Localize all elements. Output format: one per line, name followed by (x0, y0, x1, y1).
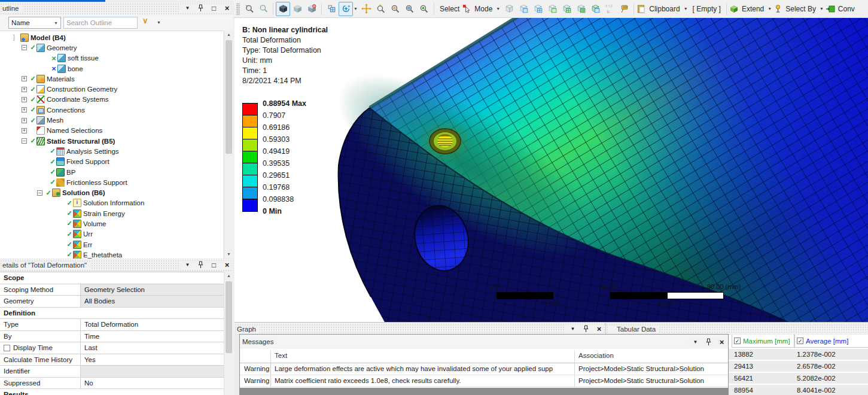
close-icon[interactable] (223, 261, 231, 269)
panel-menu-icon[interactable] (692, 338, 699, 346)
select-node-button[interactable] (559, 2, 574, 16)
mode-dropdown[interactable]: Mode ▼ (462, 4, 502, 13)
pin-icon[interactable] (197, 261, 205, 269)
pin-icon[interactable] (197, 4, 205, 12)
tree-item-soft-tissue[interactable]: soft tissue (0, 53, 223, 63)
details-row-suppressed[interactable]: SuppressedNo (0, 378, 224, 390)
tree-item-mesh[interactable]: Mesh (0, 115, 223, 125)
expand-icon[interactable] (22, 76, 27, 81)
maximum-column-header[interactable]: Maximum [mm] (732, 335, 794, 348)
display-time-checkbox[interactable] (4, 345, 10, 351)
scroll-up-icon[interactable]: ▲ (224, 272, 233, 280)
scroll-up-icon[interactable]: ▲ (224, 31, 233, 39)
section-plane-button[interactable] (304, 2, 319, 16)
wireframe-button[interactable] (324, 2, 339, 16)
tree-item-e-thetatheta[interactable]: E_thetatheta (0, 250, 223, 259)
close-icon[interactable] (595, 325, 603, 333)
message-row[interactable]: Warning Matrix coefficient ratio exceeds… (240, 375, 728, 387)
rotate-button[interactable] (339, 2, 353, 16)
details-scrollbar[interactable]: ▲ (224, 272, 233, 395)
viewport-3d[interactable]: B: Non linear cylindrical Total Deformat… (234, 18, 868, 322)
tree-item-model[interactable]: ]Model (B4) (0, 32, 223, 42)
pin-icon[interactable] (705, 338, 712, 346)
panel-menu-icon[interactable] (184, 4, 191, 12)
tree-item-named-selections[interactable]: Named Selections (0, 126, 223, 136)
select-face-button[interactable] (531, 2, 545, 16)
maximize-icon[interactable] (210, 261, 218, 269)
select-element-face-button[interactable] (574, 2, 588, 16)
select-by-dropdown[interactable]: Select By ▼ (773, 4, 826, 13)
zoom-out-button[interactable] (256, 2, 270, 16)
toolbar-grip[interactable] (236, 3, 240, 15)
maximize-icon[interactable] (210, 4, 218, 12)
scroll-down-icon[interactable]: ▼ (224, 250, 233, 259)
tree-item-solution[interactable]: Solution (B6) (0, 187, 223, 198)
expand-icon[interactable] (22, 128, 27, 133)
chevron-down-icon[interactable]: ▼ (157, 20, 161, 25)
scrollbar-thumb[interactable] (226, 281, 232, 353)
messages-scrollbar[interactable] (240, 388, 728, 394)
select-edge-button[interactable] (516, 2, 531, 16)
tree-item-analysis-settings[interactable]: Analysis Settings (0, 146, 223, 156)
tree-item-err[interactable]: Err (0, 239, 223, 250)
tree-item-geometry[interactable]: Geometry (0, 42, 223, 53)
tree-item-bp[interactable]: BP (0, 167, 223, 177)
collapse-icon[interactable] (37, 190, 42, 196)
scrollbar-thumb[interactable] (226, 40, 232, 154)
tree-scrollbar[interactable]: ▲ ▼ (224, 31, 233, 259)
chevron-down-icon[interactable]: ▼ (354, 7, 358, 11)
details-row-by[interactable]: ByTime (0, 331, 224, 343)
expand-icon[interactable] (22, 97, 27, 102)
tree-item-connections[interactable]: Connections (0, 105, 223, 115)
image-capture-button[interactable] (417, 2, 431, 16)
collapse-icon[interactable] (22, 45, 27, 50)
details-row-identifier[interactable]: Identifier (0, 366, 224, 378)
close-icon[interactable] (718, 338, 726, 346)
tree-item-strain-energy[interactable]: Strain Energy (0, 208, 223, 218)
shaded-exterior-button[interactable] (290, 2, 304, 16)
tree-item-urr[interactable]: Urr (0, 229, 223, 239)
association-column-header[interactable]: Association (575, 350, 728, 363)
clipboard-dropdown[interactable]: Clipboard ▼ (636, 4, 689, 14)
average-column-checkbox[interactable] (797, 338, 803, 344)
select-vertex-button[interactable] (502, 2, 516, 16)
tree-item-volume[interactable]: Volume (0, 218, 223, 229)
expand-icon[interactable] (22, 107, 27, 113)
close-icon[interactable] (223, 4, 231, 12)
tree-item-construction-geometry[interactable]: Construction Geometry (0, 84, 223, 94)
maximum-column-checkbox[interactable] (734, 338, 741, 344)
tree-item-static-structural[interactable]: Static Structural (B5) (0, 136, 223, 146)
pan-button[interactable] (360, 2, 374, 16)
expand-icon[interactable] (22, 118, 27, 123)
zoom-in-button[interactable] (242, 2, 256, 16)
tree-item-frictionless-support[interactable]: Frictionless Support (0, 177, 223, 187)
tree-item-bone[interactable]: bone (0, 63, 223, 74)
average-column-header[interactable]: Average [mm] (794, 335, 868, 348)
message-row[interactable]: Warning Large deformation effects are ac… (240, 363, 728, 375)
box-zoom-button[interactable] (388, 2, 403, 16)
tree-item-materials[interactable]: Materials (0, 74, 223, 84)
zoom-to-fit-button[interactable] (403, 2, 417, 16)
convert-dropdown[interactable]: Conv (826, 4, 858, 14)
shaded-exterior-edges-button[interactable] (276, 2, 290, 16)
model-3d-render[interactable] (234, 18, 868, 322)
zoom-button[interactable] (374, 2, 388, 16)
details-row-geometry[interactable]: GeometryAll Bodies (0, 296, 224, 308)
details-row-scoping-method[interactable]: Scoping MethodGeometry Selection (0, 284, 224, 296)
expand-options-icon[interactable]: ∨ (142, 16, 148, 25)
details-row-display-time[interactable]: Display TimeLast (0, 342, 224, 354)
text-column-header[interactable]: Text (271, 350, 575, 363)
filter-type-dropdown[interactable]: Name▼ (8, 17, 61, 29)
panel-menu-icon[interactable] (569, 325, 577, 333)
collapse-icon[interactable] (22, 138, 27, 144)
panel-menu-icon[interactable] (184, 261, 191, 269)
search-outline-input[interactable] (63, 17, 138, 29)
details-row-type[interactable]: TypeTotal Deformation (0, 319, 224, 331)
select-body-button[interactable] (545, 2, 559, 16)
select-element-button[interactable] (588, 2, 602, 16)
details-row-calculate-time-history[interactable]: Calculate Time HistoryYes (0, 354, 224, 366)
extend-dropdown[interactable]: Extend ▼ (729, 4, 773, 14)
label-tag-button[interactable]: 100 (617, 2, 631, 16)
tree-item-solution-information[interactable]: Solution Information (0, 198, 223, 208)
pin-icon[interactable] (582, 325, 590, 333)
